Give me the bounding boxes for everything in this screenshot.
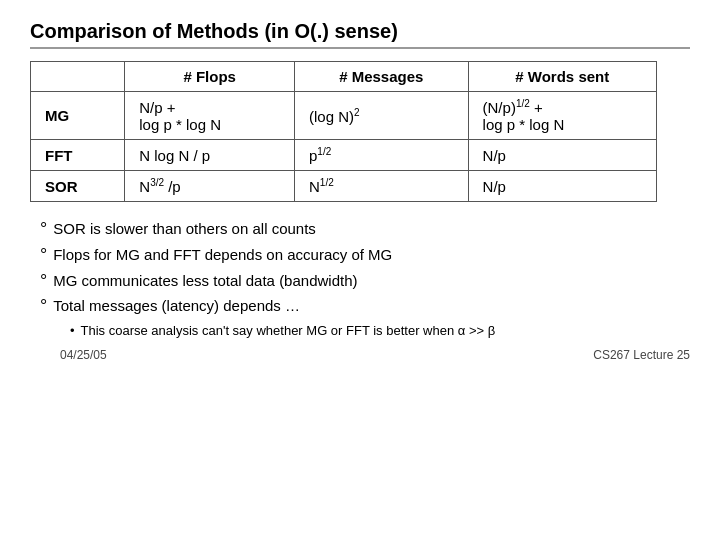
sub-bullet-text: This coarse analysis can't say whether M… [81,323,496,338]
bullet-text-1: SOR is slower than others on all counts [53,220,316,237]
cell-mg-flops: N/p +log p * log N [125,92,295,140]
bullet-dot-1: ° [40,220,47,240]
table-row-sor: SOR N3/2 /p N1/2 N/p [31,171,657,202]
footer-date: 04/25/05 [60,348,107,362]
col-header-empty [31,62,125,92]
sub-bullet-item: • This coarse analysis can't say whether… [70,323,690,338]
table-row-fft: FFT N log N / p p1/2 N/p [31,140,657,171]
cell-fft-words: N/p [468,140,656,171]
col-header-messages: # Messages [294,62,468,92]
bullet-text-3: MG communicates less total data (bandwid… [53,272,357,289]
bullet-item-4: ° Total messages (latency) depends … [40,297,690,317]
cell-fft-messages: p1/2 [294,140,468,171]
col-header-flops: # Flops [125,62,295,92]
page-title: Comparison of Methods (in O(.) sense) [30,20,690,49]
sub-bullet-dot: • [70,323,75,338]
bullet-list: ° SOR is slower than others on all count… [40,220,690,338]
col-header-words: # Words sent [468,62,656,92]
bullet-text-4: Total messages (latency) depends … [53,297,300,314]
table-row-mg: MG N/p +log p * log N (log N)2 (N/p)1/2 … [31,92,657,140]
comparison-table: # Flops # Messages # Words sent MG N/p +… [30,61,657,202]
bullet-dot-4: ° [40,297,47,317]
bullet-item-2: ° Flops for MG and FFT depends on accura… [40,246,690,266]
row-label-mg: MG [31,92,125,140]
cell-mg-messages: (log N)2 [294,92,468,140]
bullet-dot-3: ° [40,272,47,292]
bullet-item-1: ° SOR is slower than others on all count… [40,220,690,240]
bullet-dot-2: ° [40,246,47,266]
cell-sor-words: N/p [468,171,656,202]
cell-sor-messages: N1/2 [294,171,468,202]
row-label-sor: SOR [31,171,125,202]
footer: 04/25/05 CS267 Lecture 25 [60,348,690,362]
bullet-text-2: Flops for MG and FFT depends on accuracy… [53,246,392,263]
cell-sor-flops: N3/2 /p [125,171,295,202]
cell-fft-flops: N log N / p [125,140,295,171]
footer-course: CS267 Lecture 25 [593,348,690,362]
row-label-fft: FFT [31,140,125,171]
bullet-item-3: ° MG communicates less total data (bandw… [40,272,690,292]
cell-mg-words: (N/p)1/2 +log p * log N [468,92,656,140]
